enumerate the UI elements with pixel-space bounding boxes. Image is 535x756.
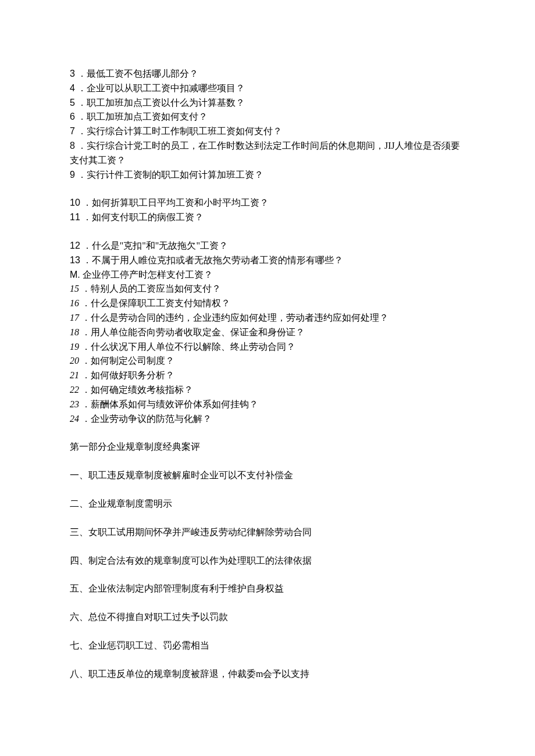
- item-number: M.: [70, 270, 80, 280]
- list-item: 9 ．实行计件工资制的职工如何计算加班工资？: [70, 168, 465, 182]
- list-item: M. 企业停工停产时怎样支付工资？: [70, 268, 465, 282]
- item-text: ．企业劳动争议的防范与化解？: [81, 414, 212, 424]
- section-heading: 第一部分企业规章制度经典案评: [70, 440, 465, 454]
- item-number: 16: [70, 298, 79, 308]
- item-number: 5: [70, 98, 75, 108]
- item-text: ．实行综合计算工时工作制职工班工资如何支付？: [77, 126, 282, 136]
- item-text: ．不属于用人睢位克扣或者无故拖欠劳动者工资的情形有哪些？: [83, 255, 343, 265]
- item-number: 9: [70, 170, 75, 180]
- list-item: 24 ．企业劳动争议的防范与化解？: [70, 412, 465, 427]
- item-text: ．用人单位能否向劳动者收取定金、保证金和身份证？: [81, 327, 305, 337]
- list-item: 16 ．什么是保障职工工资支付知情权？: [70, 296, 465, 311]
- list-item: 3 ．最低工资不包括哪儿部分？: [70, 67, 465, 81]
- list-item: 20 ．如何制定公司制度？: [70, 354, 465, 368]
- list-item: 7 ．实行综合计算工时工作制职工班工资如何支付？: [70, 124, 465, 139]
- case-item: 二、企业规章制度需明示: [70, 497, 465, 511]
- item-number: 23: [70, 399, 79, 409]
- item-number: 7: [70, 126, 75, 136]
- case-item: 五、企业依法制定内部管理制度有利于维护自身权益: [70, 582, 465, 596]
- list-item: 23 ．薪酬体系如何与绩效评价体系如何挂钩？: [70, 397, 465, 412]
- item-text: ．什么是"克扣"和"无故拖欠"工资？: [83, 241, 228, 250]
- item-number: 20: [70, 356, 79, 366]
- item-text: ．实行计件工资制的职工如何计算加班工资？: [77, 170, 263, 180]
- question-list-block-3: 12 ．什么是"克扣"和"无故拖欠"工资？ 13 ．不属于用人睢位克扣或者无故拖…: [70, 239, 465, 282]
- list-item: 5 ．职工加班加点工资以什么为计算基数？: [70, 96, 465, 110]
- item-text: ．最低工资不包括哪儿部分？: [77, 69, 198, 78]
- item-text: ．如何做好职务分析？: [81, 370, 174, 380]
- item-text: ．职工加班加点工资以什么为计算基数？: [77, 98, 245, 108]
- item-number: 6: [70, 112, 75, 121]
- item-text: ．如何折算职工日平均工资和小时平均工资？: [83, 198, 269, 207]
- item-text: 企业停工停产时怎样支付工资？: [80, 270, 213, 280]
- item-number: 21: [70, 370, 79, 380]
- item-text: ．实行综合计党工时的员工，在工作时数达到法定工作时间后的休息期间，JIJ人堆位是…: [70, 141, 460, 165]
- list-item: 21 ．如何做好职务分析？: [70, 368, 465, 383]
- question-list-block-1: 3 ．最低工资不包括哪儿部分？ 4 ．企业可以从职工工资中扣减哪些项目？ 5 ．…: [70, 67, 465, 182]
- item-number: 10: [70, 198, 80, 207]
- question-list-italic: 15 ．特别人员的工资应当如何支付？ 16 ．什么是保障职工工资支付知情权？ 1…: [70, 282, 465, 426]
- list-item: 15 ．特别人员的工资应当如何支付？: [70, 282, 465, 296]
- list-item: 17 ．什么是劳动合同的违约，企业违约应如何处理，劳动者违约应如何处理？: [70, 311, 465, 325]
- case-item: 一、职工违反规章制度被解雇时企业可以不支付补偿金: [70, 468, 465, 483]
- list-item: 10 ．如何折算职工日平均工资和小时平均工资？: [70, 196, 465, 210]
- item-text: ．什么状况下用人单位不行以解除、终止劳动合同？: [81, 342, 295, 352]
- item-text: ．薪酬体系如何与绩效评价体系如何挂钩？: [81, 399, 258, 409]
- item-text: ．职工加班加点工资如何支付？: [77, 112, 208, 121]
- list-item: 22 ．如何确定绩效考核指标？: [70, 383, 465, 397]
- case-item: 六、总位不得擅自对职工过失予以罚款: [70, 610, 465, 625]
- case-item: 七、企业惩罚职工过、罚必需相当: [70, 639, 465, 653]
- item-number: 17: [70, 313, 79, 323]
- list-item: 12 ．什么是"克扣"和"无故拖欠"工资？: [70, 239, 465, 253]
- list-item: 4 ．企业可以从职工工资中扣减哪些项目？: [70, 81, 465, 96]
- list-item: 8 ．实行综合计党工时的员工，在工作时数达到法定工作时间后的休息期间，JIJ人堆…: [70, 139, 465, 168]
- document-page: 3 ．最低工资不包括哪儿部分？ 4 ．企业可以从职工工资中扣减哪些项目？ 5 ．…: [0, 0, 535, 728]
- item-number: 15: [70, 284, 79, 293]
- item-text: ．什么是保障职工工资支付知情权？: [81, 298, 230, 308]
- item-text: ．如何确定绩效考核指标？: [81, 385, 193, 395]
- case-item: 三、女职工试用期间怀孕并严峻违反劳动纪律解除劳动合同: [70, 525, 465, 540]
- item-number: 24: [70, 414, 79, 424]
- item-text: ．如何支付职工的病假工资？: [83, 212, 204, 222]
- list-item: 6 ．职工加班加点工资如何支付？: [70, 110, 465, 124]
- item-text: ．什么是劳动合同的违约，企业违约应如何处理，劳动者违约应如何处理？: [81, 313, 388, 323]
- question-list-block-2: 10 ．如何折算职工日平均工资和小时平均工资？ 11 ．如何支付职工的病假工资？: [70, 196, 465, 225]
- list-item: 18 ．用人单位能否向劳动者收取定金、保证金和身份证？: [70, 325, 465, 340]
- case-item: 四、制定合法有效的规章制度可以作为处理职工的法律依据: [70, 554, 465, 568]
- item-text: ．特别人员的工资应当如何支付？: [81, 284, 221, 293]
- item-number: 13: [70, 255, 80, 265]
- item-number: 11: [70, 212, 80, 222]
- item-number: 3: [70, 69, 75, 78]
- item-text: ．企业可以从职工工资中扣减哪些项目？: [77, 83, 245, 93]
- item-number: 8: [70, 141, 75, 151]
- item-number: 19: [70, 342, 79, 352]
- list-item: 11 ．如何支付职工的病假工资？: [70, 210, 465, 225]
- item-number: 12: [70, 241, 80, 250]
- item-text: ．如何制定公司制度？: [81, 356, 174, 366]
- list-item: 19 ．什么状况下用人单位不行以解除、终止劳动合同？: [70, 340, 465, 354]
- item-number: 22: [70, 385, 79, 395]
- list-item: 13 ．不属于用人睢位克扣或者无故拖欠劳动者工资的情形有哪些？: [70, 253, 465, 268]
- case-item: 八、职工违反单位的规章制度被辞退，仲裁委m会予以支持: [70, 667, 465, 682]
- item-number: 4: [70, 83, 75, 93]
- item-number: 18: [70, 327, 79, 337]
